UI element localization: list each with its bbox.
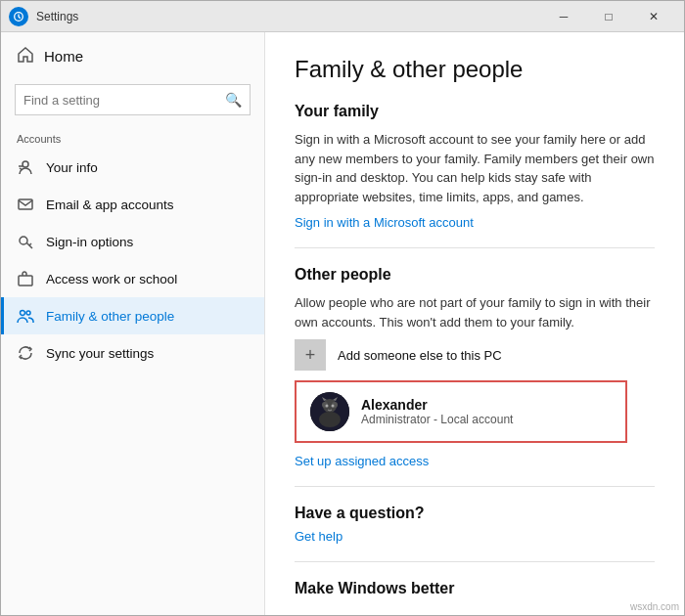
close-button[interactable]: ✕	[631, 1, 676, 32]
add-person-button[interactable]: + Add someone else to this PC	[295, 339, 655, 371]
home-label: Home	[44, 48, 83, 65]
work-label: Access work or school	[46, 272, 177, 286]
family-label: Family & other people	[46, 309, 174, 324]
your-info-label: Your info	[46, 160, 98, 175]
section-divider-2	[295, 486, 655, 487]
window-controls: ─ □ ✕	[541, 1, 676, 32]
person-icon	[17, 158, 34, 176]
add-person-label: Add someone else to this PC	[338, 348, 502, 363]
svg-point-7	[21, 311, 25, 316]
signin-microsoft-link[interactable]: Sign in with a Microsoft account	[295, 215, 474, 230]
app-icon	[9, 7, 28, 26]
have-question-section: Have a question? Get help	[295, 505, 655, 544]
svg-point-11	[319, 412, 341, 427]
sidebar-item-work[interactable]: Access work or school	[1, 260, 264, 297]
sidebar-item-home[interactable]: Home	[1, 32, 264, 80]
accounts-section-label: Accounts	[1, 125, 264, 149]
home-icon	[17, 46, 34, 66]
family-icon	[17, 307, 34, 325]
svg-point-16	[326, 405, 329, 408]
other-people-section: Other people Allow people who are not pa…	[295, 266, 655, 468]
section-divider-1	[295, 247, 655, 248]
make-better-section: Make Windows better	[295, 580, 655, 597]
key-icon	[17, 233, 34, 250]
user-card-alexander[interactable]: Alexander Administrator - Local account	[295, 380, 627, 443]
sidebar-item-sync[interactable]: Sync your settings	[1, 334, 264, 372]
assigned-access-link[interactable]: Set up assigned access	[295, 454, 429, 468]
add-icon: +	[295, 339, 326, 371]
sidebar-item-family[interactable]: Family & other people	[1, 297, 264, 334]
maximize-button[interactable]: □	[586, 1, 631, 32]
email-label: Email & app accounts	[46, 198, 174, 212]
search-input[interactable]	[23, 93, 225, 108]
user-name: Alexander	[361, 397, 612, 413]
svg-rect-4	[19, 199, 32, 209]
sidebar-item-signin[interactable]: Sign-in options	[1, 223, 264, 260]
svg-point-8	[26, 311, 30, 315]
user-role: Administrator - Local account	[361, 413, 612, 426]
titlebar: Settings ─ □ ✕	[1, 1, 684, 32]
search-icon: 🔍	[225, 92, 242, 108]
sync-label: Sync your settings	[46, 346, 154, 361]
svg-point-1	[23, 161, 28, 167]
main-content: Family & other people Your family Sign i…	[265, 32, 684, 615]
sidebar-item-email[interactable]: Email & app accounts	[1, 186, 264, 223]
window-title: Settings	[36, 10, 541, 23]
signin-label: Sign-in options	[46, 235, 133, 249]
user-info: Alexander Administrator - Local account	[361, 397, 612, 426]
page-title: Family & other people	[295, 56, 655, 83]
your-family-section: Your family Sign in with a Microsoft acc…	[295, 103, 655, 230]
other-people-desc: Allow people who are not part of your fa…	[295, 293, 655, 331]
section-divider-3	[295, 561, 655, 562]
briefcase-icon	[17, 270, 34, 287]
other-people-title: Other people	[295, 266, 655, 284]
have-question-title: Have a question?	[295, 505, 655, 522]
sidebar: Home 🔍 Accounts Your inf	[1, 32, 265, 615]
avatar	[310, 392, 349, 431]
your-family-desc: Sign in with a Microsoft account to see …	[295, 130, 655, 206]
your-family-title: Your family	[295, 103, 655, 120]
watermark: wsxdn.com	[630, 601, 679, 612]
sync-icon	[17, 344, 34, 362]
content-area: Home 🔍 Accounts Your inf	[1, 32, 684, 615]
make-better-title: Make Windows better	[295, 580, 655, 597]
get-help-link[interactable]: Get help	[295, 529, 342, 544]
minimize-button[interactable]: ─	[541, 1, 586, 32]
email-icon	[17, 196, 34, 213]
search-box[interactable]: 🔍	[15, 84, 251, 115]
svg-point-17	[332, 405, 335, 408]
sidebar-item-your-info[interactable]: Your info	[1, 149, 264, 186]
svg-rect-6	[19, 276, 32, 286]
settings-window: Settings ─ □ ✕ Home 🔍	[0, 0, 685, 616]
